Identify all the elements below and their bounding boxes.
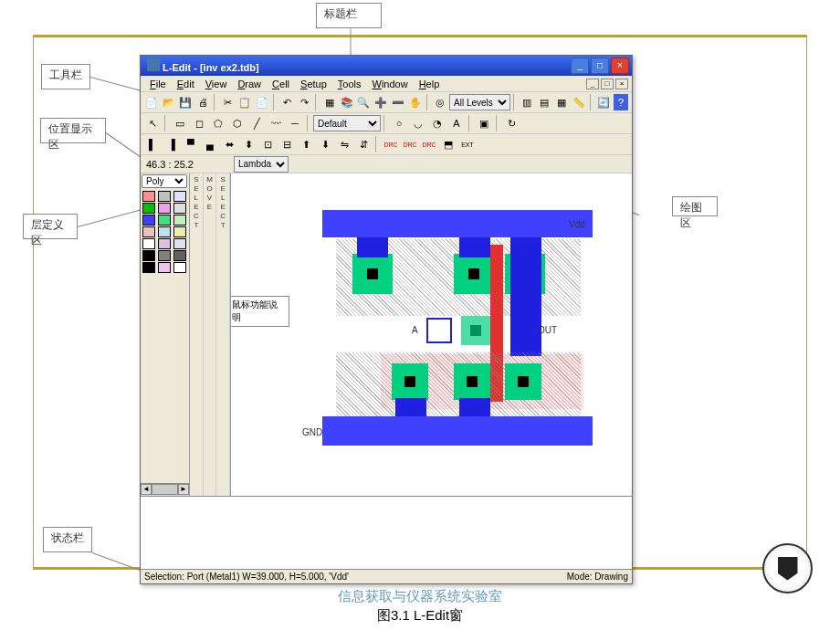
redo-icon[interactable]: ↷ bbox=[297, 93, 313, 111]
ext-icon[interactable]: EXT bbox=[458, 135, 477, 153]
a-port[interactable] bbox=[426, 318, 452, 343]
layer-swatch-12[interactable] bbox=[142, 238, 155, 249]
layer-swatch-16[interactable] bbox=[158, 250, 171, 261]
circle-icon[interactable]: ○ bbox=[390, 114, 408, 132]
layer-swatch-0[interactable] bbox=[142, 191, 155, 202]
layer-swatch-3[interactable] bbox=[142, 203, 155, 214]
mdi-min[interactable]: _ bbox=[586, 79, 599, 89]
drc1-icon[interactable]: DRC bbox=[382, 135, 400, 153]
layer-swatch-19[interactable] bbox=[158, 262, 171, 273]
layer-swatch-7[interactable] bbox=[158, 215, 171, 226]
menu-window[interactable]: Window bbox=[366, 77, 413, 91]
pointer-icon[interactable]: ↖ bbox=[143, 114, 162, 132]
mdi-max[interactable]: □ bbox=[601, 79, 614, 89]
col-move[interactable]: MOVE bbox=[204, 173, 217, 496]
close-button[interactable]: × bbox=[611, 58, 629, 74]
align-r-icon[interactable]: ▐ bbox=[163, 135, 181, 153]
layer-swatch-8[interactable] bbox=[173, 215, 186, 226]
zoom-out-icon[interactable]: ➖ bbox=[390, 93, 406, 111]
pie-icon[interactable]: ◔ bbox=[428, 114, 446, 132]
align-t-icon[interactable]: ▀ bbox=[182, 135, 200, 153]
output-pane[interactable] bbox=[141, 496, 632, 569]
paste-icon[interactable]: 📄 bbox=[254, 93, 270, 111]
rotate-icon[interactable]: ↻ bbox=[502, 114, 520, 132]
menu-tools[interactable]: Tools bbox=[332, 77, 367, 91]
dist-v-icon[interactable]: ⬍ bbox=[239, 135, 257, 153]
open-icon[interactable]: 📂 bbox=[161, 93, 177, 111]
layer-swatch-15[interactable] bbox=[142, 250, 155, 261]
print-icon[interactable]: 🖨 bbox=[194, 93, 211, 111]
pan-icon[interactable]: ✋ bbox=[407, 93, 424, 111]
layer-swatch-20[interactable] bbox=[173, 262, 186, 273]
copy-icon[interactable]: 📋 bbox=[237, 93, 254, 111]
flip-h-icon[interactable]: ⇋ bbox=[335, 135, 353, 153]
group-icon[interactable]: ⊡ bbox=[258, 135, 277, 153]
wire-icon[interactable]: 〰 bbox=[267, 114, 285, 132]
layer-swatch-6[interactable] bbox=[142, 215, 155, 226]
back-icon[interactable]: ⬇ bbox=[316, 135, 334, 153]
dist-h-icon[interactable]: ⬌ bbox=[220, 135, 238, 153]
layer-swatch-13[interactable] bbox=[158, 238, 171, 249]
default-select[interactable]: Default bbox=[313, 115, 381, 131]
layer1-icon[interactable]: ▥ bbox=[520, 93, 536, 111]
find-icon[interactable]: 🔍 bbox=[355, 93, 372, 111]
ruler-icon[interactable]: 📏 bbox=[571, 93, 587, 111]
align-b-icon[interactable]: ▄ bbox=[201, 135, 219, 153]
menu-setup[interactable]: Setup bbox=[295, 77, 332, 91]
menu-help[interactable]: Help bbox=[414, 77, 446, 91]
menu-draw[interactable]: Draw bbox=[232, 77, 267, 91]
menu-view[interactable]: View bbox=[200, 77, 233, 91]
layer-swatch-4[interactable] bbox=[158, 203, 171, 214]
levels-select[interactable]: All Levels bbox=[449, 94, 510, 110]
layer3-icon[interactable]: ▦ bbox=[553, 93, 570, 111]
text-icon[interactable]: A bbox=[447, 114, 466, 132]
zoom-in-icon[interactable]: ➕ bbox=[373, 93, 389, 111]
menu-edit[interactable]: Edit bbox=[172, 77, 200, 91]
flip-v-icon[interactable]: ⇵ bbox=[354, 135, 373, 153]
save-icon[interactable]: 💾 bbox=[178, 93, 194, 111]
cell-icon[interactable]: ▦ bbox=[321, 93, 338, 111]
layer-swatch-10[interactable] bbox=[158, 226, 171, 237]
drawing-canvas[interactable]: Vdd bbox=[231, 173, 632, 496]
layer-swatch-11[interactable] bbox=[173, 226, 186, 237]
unit-select[interactable]: Lambda bbox=[234, 156, 289, 173]
layer-scrollbar[interactable]: ◄► bbox=[141, 483, 189, 496]
layer-swatch-2[interactable] bbox=[173, 191, 186, 202]
help-icon[interactable]: ? bbox=[613, 93, 629, 111]
layer-swatch-5[interactable] bbox=[173, 203, 186, 214]
maximize-button[interactable]: □ bbox=[591, 58, 609, 74]
instance-icon[interactable]: ▣ bbox=[475, 114, 493, 132]
layer-swatch-17[interactable] bbox=[173, 250, 186, 261]
layer-swatch-14[interactable] bbox=[173, 238, 186, 249]
mdi-close[interactable]: × bbox=[615, 79, 628, 89]
new-icon[interactable]: 📄 bbox=[143, 93, 160, 111]
box-icon[interactable]: ▭ bbox=[171, 114, 189, 132]
arc-icon[interactable]: ◡ bbox=[409, 114, 427, 132]
cut-icon[interactable]: ✂ bbox=[220, 93, 236, 111]
layer-swatch-9[interactable] bbox=[142, 226, 155, 237]
menu-cell[interactable]: Cell bbox=[267, 77, 295, 91]
col-select-right[interactable]: SELECT bbox=[216, 173, 230, 496]
extract-icon[interactable]: ⬒ bbox=[439, 135, 457, 153]
align-l-icon[interactable]: ▌ bbox=[143, 135, 162, 153]
polygon-icon[interactable]: ⬡ bbox=[228, 114, 247, 132]
drc2-icon[interactable]: DRC bbox=[401, 135, 419, 153]
minimize-button[interactable]: _ bbox=[571, 58, 589, 74]
layer-current-select[interactable]: Poly bbox=[142, 174, 187, 188]
vdd-rail[interactable] bbox=[322, 210, 593, 237]
gnd-rail[interactable] bbox=[322, 416, 593, 446]
layer-swatch-18[interactable] bbox=[142, 262, 155, 273]
layer2-icon[interactable]: ▤ bbox=[536, 93, 552, 111]
col-select-left[interactable]: SELECT bbox=[190, 173, 204, 496]
drc3-icon[interactable]: DRC bbox=[420, 135, 438, 153]
library-icon[interactable]: 📚 bbox=[339, 93, 355, 111]
title-bar[interactable]: L-Edit - [inv ex2.tdb] _ □ × bbox=[141, 56, 632, 76]
layer-swatch-1[interactable] bbox=[158, 191, 171, 202]
goto-icon[interactable]: ◎ bbox=[432, 93, 448, 111]
poly-icon[interactable]: ⬠ bbox=[209, 114, 227, 132]
menu-file[interactable]: File bbox=[144, 77, 172, 91]
front-icon[interactable]: ⬆ bbox=[297, 135, 315, 153]
ungroup-icon[interactable]: ⊟ bbox=[278, 135, 296, 153]
line-icon[interactable]: ╱ bbox=[247, 114, 266, 132]
refresh-icon[interactable]: 🔄 bbox=[595, 93, 612, 111]
